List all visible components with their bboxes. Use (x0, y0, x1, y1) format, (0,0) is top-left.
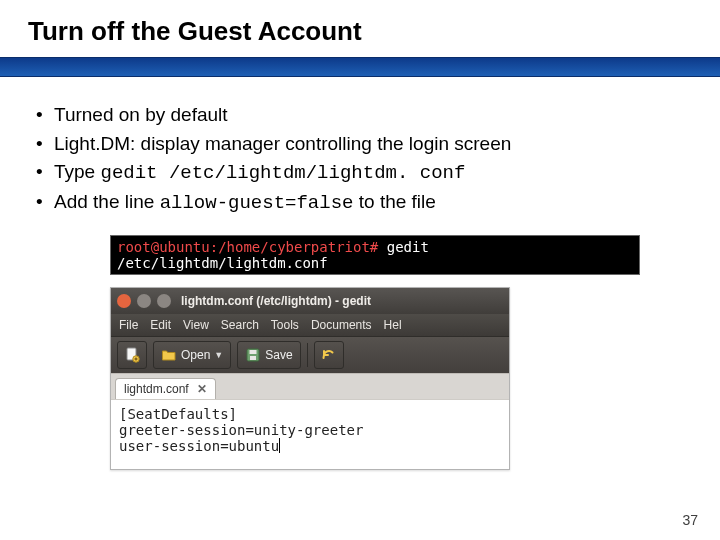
save-icon (245, 347, 261, 363)
document-new-icon (124, 347, 140, 363)
menu-view[interactable]: View (183, 318, 209, 332)
bullet-item: • Add the line allow-guest=false to the … (36, 188, 684, 218)
gedit-titlebar: lightdm.conf (/etc/lightdm) - gedit (111, 288, 509, 314)
bullet-dot: • (36, 130, 44, 159)
gedit-window: lightdm.conf (/etc/lightdm) - gedit File… (110, 287, 510, 470)
window-close-button[interactable] (117, 294, 131, 308)
chevron-down-icon: ▼ (214, 350, 223, 360)
menu-file[interactable]: File (119, 318, 138, 332)
bullet-text-suffix: to the file (353, 191, 435, 212)
window-minimize-button[interactable] (137, 294, 151, 308)
inline-code: gedit /etc/lightdm/lightdm. conf (100, 162, 465, 184)
folder-open-icon (161, 347, 177, 363)
gedit-tabstrip: lightdm.conf ✕ (111, 373, 509, 399)
document-tab[interactable]: lightdm.conf ✕ (115, 378, 216, 399)
menu-search[interactable]: Search (221, 318, 259, 332)
bullet-text-prefix: Type (54, 161, 100, 182)
toolbar-separator (307, 343, 308, 367)
bullet-text: Add the line allow-guest=false to the fi… (54, 188, 436, 218)
bullet-dot: • (36, 158, 44, 188)
open-button[interactable]: Open ▼ (153, 341, 231, 369)
save-button-label: Save (265, 348, 292, 362)
bullet-dot: • (36, 101, 44, 130)
editor-line: greeter-session=unity-greeter (119, 422, 501, 438)
svg-rect-3 (250, 350, 257, 354)
slide-title: Turn off the Guest Account (0, 0, 720, 57)
text-caret (279, 438, 280, 453)
terminal-line: root@ubuntu:/home/cyberpatriot# gedit /e… (110, 235, 640, 275)
header-blue-bar (0, 57, 720, 77)
tab-close-icon[interactable]: ✕ (197, 382, 207, 396)
bullet-text: Turned on by default (54, 101, 228, 130)
open-button-label: Open (181, 348, 210, 362)
undo-icon (321, 347, 337, 363)
svg-rect-4 (250, 356, 256, 360)
bullet-item: • Turned on by default (36, 101, 684, 130)
bullet-text: Light.DM: display manager controlling th… (54, 130, 511, 159)
bullet-text: Type gedit /etc/lightdm/lightdm. conf (54, 158, 465, 188)
menu-tools[interactable]: Tools (271, 318, 299, 332)
editor-line: [SeatDefaults] (119, 406, 501, 422)
page-number: 37 (682, 512, 698, 528)
gedit-editor[interactable]: [SeatDefaults] greeter-session=unity-gre… (111, 399, 509, 469)
window-title: lightdm.conf (/etc/lightdm) - gedit (177, 294, 371, 308)
menu-help[interactable]: Hel (384, 318, 402, 332)
window-maximize-button[interactable] (157, 294, 171, 308)
menu-edit[interactable]: Edit (150, 318, 171, 332)
undo-button[interactable] (314, 341, 344, 369)
bullet-list: • Turned on by default • Light.DM: displ… (0, 77, 720, 225)
bullet-text-prefix: Add the line (54, 191, 160, 212)
save-button[interactable]: Save (237, 341, 300, 369)
new-document-button[interactable] (117, 341, 147, 369)
gedit-toolbar: Open ▼ Save (111, 336, 509, 373)
document-tab-label: lightdm.conf (124, 382, 189, 396)
bullet-item: • Light.DM: display manager controlling … (36, 130, 684, 159)
terminal-prompt: root@ubuntu:/home/cyberpatriot# (117, 239, 378, 255)
illustration-block: root@ubuntu:/home/cyberpatriot# gedit /e… (110, 235, 640, 470)
menu-documents[interactable]: Documents (311, 318, 372, 332)
slide: Turn off the Guest Account • Turned on b… (0, 0, 720, 540)
bullet-item: • Type gedit /etc/lightdm/lightdm. conf (36, 158, 684, 188)
editor-line: user-session=ubuntu (119, 438, 501, 454)
editor-line-text: user-session=ubuntu (119, 438, 279, 454)
inline-code: allow-guest=false (160, 192, 354, 214)
gedit-menubar: File Edit View Search Tools Documents He… (111, 314, 509, 336)
bullet-dot: • (36, 188, 44, 218)
